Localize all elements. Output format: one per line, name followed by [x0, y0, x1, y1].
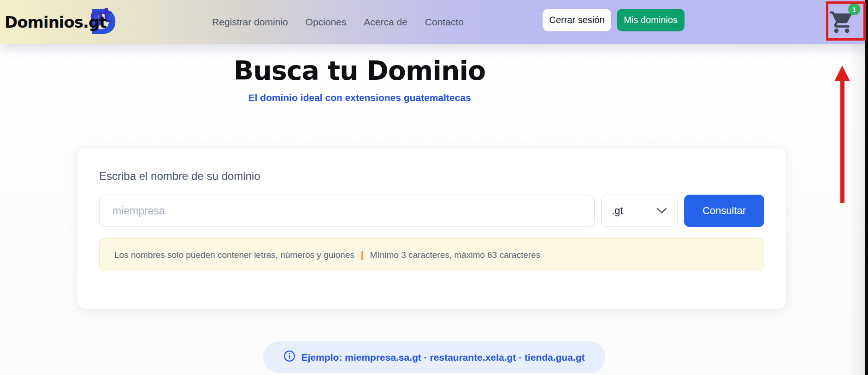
search-row: .gt Consultar: [99, 195, 764, 227]
tld-select[interactable]: .gt: [601, 195, 678, 227]
domain-name-input[interactable]: [99, 195, 595, 227]
cart-button[interactable]: 1: [829, 9, 858, 37]
tld-selected-value: .gt: [612, 205, 623, 217]
example-text: Ejemplo: miempresa.sa.gt · restaurante.x…: [301, 352, 585, 363]
nav-item-acerca-de[interactable]: Acerca de: [364, 17, 407, 28]
right-edge-shadow: [850, 44, 865, 375]
annotation-arrow-head: [834, 65, 850, 81]
nav-item-registrar-dominio[interactable]: Registrar dominio: [212, 17, 288, 28]
info-icon: [283, 350, 295, 364]
search-input-label: Escriba el nombre de su dominio: [99, 170, 764, 183]
site-header: Dominios.gt D gt Registrar dominio Opcio…: [0, 0, 868, 44]
validation-rules-bar: Los nombres solo pueden contener letras,…: [99, 238, 764, 271]
screen-right-edge-strip: [865, 0, 868, 375]
example-banner: Ejemplo: miempresa.sa.gt · restaurante.x…: [263, 341, 605, 373]
rules-text-left: Los nombres solo pueden contener letras,…: [114, 250, 354, 260]
logo-wordmark: Dominios.gt: [5, 13, 106, 31]
shopping-cart-icon: [829, 29, 855, 36]
page-subtitle: El dominio ideal con extensiones guatema…: [0, 92, 719, 103]
main-nav: Registrar dominio Opciones Acerca de Con…: [212, 0, 464, 44]
rules-separator: |: [361, 250, 364, 261]
my-domains-button[interactable]: Mis dominios: [617, 9, 685, 31]
nav-item-contacto[interactable]: Contacto: [425, 17, 464, 28]
rules-text-right: Mínimo 3 caracteres, máximo 63 caractere…: [370, 250, 541, 260]
consult-button[interactable]: Consultar: [684, 195, 764, 227]
hero-section: Busca tu Dominio El dominio ideal con ex…: [0, 54, 719, 103]
cart-count-badge: 1: [848, 3, 860, 15]
nav-item-opciones[interactable]: Opciones: [306, 17, 347, 28]
chevron-down-icon: [656, 205, 667, 217]
page-title: Busca tu Dominio: [0, 54, 719, 87]
annotation-arrow-shaft: [840, 78, 844, 203]
site-logo[interactable]: Dominios.gt D gt: [5, 4, 122, 41]
logout-button[interactable]: Cerrar sesión: [543, 9, 611, 31]
domain-search-card: Escriba el nombre de su dominio .gt Cons…: [77, 148, 786, 309]
